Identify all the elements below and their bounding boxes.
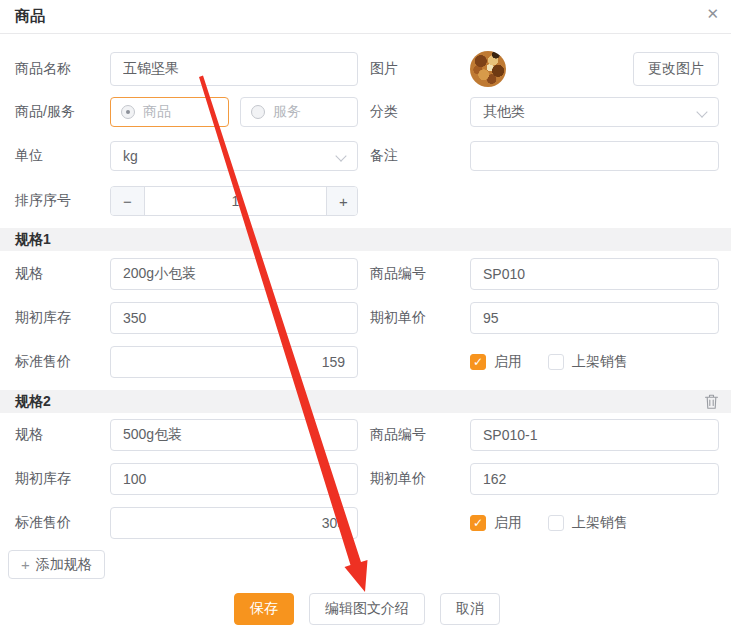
spec2-enabled-checkbox[interactable] xyxy=(470,515,486,531)
cancel-button[interactable]: 取消 xyxy=(440,593,500,625)
spec2-code-input[interactable] xyxy=(470,419,719,451)
spec2-row-stock-price: 期初库存 期初单价 xyxy=(15,463,719,495)
radio-label: 服务 xyxy=(273,103,301,121)
delete-spec-icon[interactable] xyxy=(704,393,719,410)
radio-option-service[interactable]: 服务 xyxy=(240,97,358,127)
radio-icon xyxy=(251,105,265,119)
close-icon[interactable]: ✕ xyxy=(706,6,719,21)
enabled-label: 启用 xyxy=(494,514,522,532)
name-label: 商品名称 xyxy=(15,60,110,78)
radio-label: 商品 xyxy=(143,103,171,121)
enabled-label: 启用 xyxy=(494,353,522,371)
edit-intro-button[interactable]: 编辑图文介绍 xyxy=(309,593,425,625)
spec1-stock-input[interactable] xyxy=(110,302,358,334)
spec1-title: 规格1 xyxy=(15,231,51,249)
remark-input[interactable] xyxy=(470,141,719,171)
unit-label: 单位 xyxy=(15,147,110,165)
dialog-title: 商品 xyxy=(15,7,45,26)
sort-label: 排序序号 xyxy=(15,192,110,210)
spec2-header: 规格2 xyxy=(0,390,731,413)
product-name-input[interactable] xyxy=(110,52,358,86)
add-spec-button[interactable]: + 添加规格 xyxy=(8,550,105,579)
product-dialog: 商品 ✕ 商品名称 图片 更改图片 商品/服务 商品 xyxy=(0,0,731,636)
spec-label: 规格 xyxy=(15,426,110,444)
onsale-label: 上架销售 xyxy=(572,514,628,532)
stock-label: 期初库存 xyxy=(15,470,110,488)
stepper-plus-button[interactable]: + xyxy=(326,187,358,215)
save-button[interactable]: 保存 xyxy=(234,593,294,625)
spec2-stock-input[interactable] xyxy=(110,463,358,495)
spec1-header: 规格1 xyxy=(0,228,731,251)
spec1-sale-price-input[interactable] xyxy=(110,346,358,378)
spec-label: 规格 xyxy=(15,265,110,283)
spec2-unit-price-input[interactable] xyxy=(470,463,719,495)
product-image-thumbnail xyxy=(470,51,506,87)
unit-value: kg xyxy=(123,148,138,164)
dialog-body: 商品名称 图片 更改图片 商品/服务 商品 服务 xyxy=(0,34,731,625)
row-name-image: 商品名称 图片 更改图片 xyxy=(15,51,719,87)
spec1-code-input[interactable] xyxy=(470,258,719,290)
code-label: 商品编号 xyxy=(370,265,470,283)
row-unit-remark: 单位 kg 备注 xyxy=(15,141,719,171)
sort-stepper: − + xyxy=(110,186,358,216)
sale-price-label: 标准售价 xyxy=(15,514,110,532)
spec1-row-saleprice-flags: 标准售价 启用 上架销售 xyxy=(15,346,719,378)
code-label: 商品编号 xyxy=(370,426,470,444)
add-spec-label: 添加规格 xyxy=(36,556,92,574)
unit-price-label: 期初单价 xyxy=(370,309,470,327)
spec2-onsale-checkbox[interactable] xyxy=(548,515,564,531)
row-type-category: 商品/服务 商品 服务 分类 其他类 xyxy=(15,97,719,127)
category-value: 其他类 xyxy=(483,103,525,121)
spec1-spec-input[interactable] xyxy=(110,258,358,290)
dialog-footer: 保存 编辑图文介绍 取消 xyxy=(15,593,719,625)
spec1-row-stock-price: 期初库存 期初单价 xyxy=(15,302,719,334)
chevron-down-icon xyxy=(335,150,346,161)
category-select[interactable]: 其他类 xyxy=(470,97,719,127)
spec2-row-spec-code: 规格 商品编号 xyxy=(15,419,719,451)
spec1-unit-price-input[interactable] xyxy=(470,302,719,334)
unit-select[interactable]: kg xyxy=(110,141,358,171)
spec1-row-spec-code: 规格 商品编号 xyxy=(15,258,719,290)
change-image-button[interactable]: 更改图片 xyxy=(633,52,719,86)
plus-icon: + xyxy=(21,556,30,573)
stock-label: 期初库存 xyxy=(15,309,110,327)
onsale-label: 上架销售 xyxy=(572,353,628,371)
sort-input[interactable] xyxy=(145,187,326,215)
type-label: 商品/服务 xyxy=(15,103,110,121)
radio-option-goods[interactable]: 商品 xyxy=(110,97,229,127)
sale-price-label: 标准售价 xyxy=(15,353,110,371)
chevron-down-icon xyxy=(696,106,707,117)
radio-icon xyxy=(121,105,135,119)
spec1-enabled-checkbox[interactable] xyxy=(470,354,486,370)
spec2-row-saleprice-flags: 标准售价 启用 上架销售 xyxy=(15,507,719,539)
spec2-sale-price-input[interactable] xyxy=(110,507,358,539)
spec2-spec-input[interactable] xyxy=(110,419,358,451)
spec2-title: 规格2 xyxy=(15,393,51,411)
spec1-onsale-checkbox[interactable] xyxy=(548,354,564,370)
stepper-minus-button[interactable]: − xyxy=(111,187,145,215)
dialog-header: 商品 xyxy=(0,0,731,34)
row-sort: 排序序号 − + xyxy=(15,186,719,216)
category-label: 分类 xyxy=(370,103,470,121)
remark-label: 备注 xyxy=(370,147,470,165)
unit-price-label: 期初单价 xyxy=(370,470,470,488)
image-label: 图片 xyxy=(370,60,470,78)
